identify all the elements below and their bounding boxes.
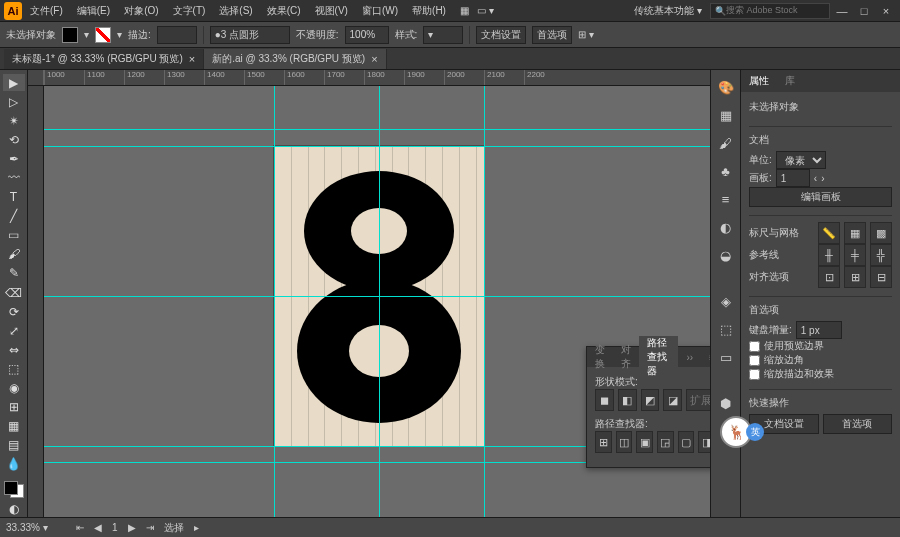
style-select[interactable]: ▾ — [423, 26, 463, 44]
symbols-panel-icon[interactable]: ♣ — [715, 160, 737, 182]
ruler-icon[interactable]: 📏 — [818, 222, 840, 244]
tab-transform[interactable]: 变换 — [587, 343, 613, 371]
minus-back-button[interactable]: ◨ — [698, 431, 710, 453]
guide-v[interactable] — [484, 86, 485, 517]
align-dropdown-icon[interactable]: ⊞ ▾ — [578, 29, 594, 40]
arrange-icon[interactable]: ▭ ▾ — [477, 5, 494, 16]
divide-button[interactable]: ⊞ — [595, 431, 612, 453]
transparency-panel-icon[interactable]: ◒ — [715, 244, 737, 266]
tab-properties[interactable]: 属性 — [741, 74, 777, 88]
paintbrush-tool[interactable]: 🖌 — [3, 246, 25, 263]
stroke-dropdown-icon[interactable]: ▾ — [117, 29, 122, 40]
minus-front-button[interactable]: ◧ — [618, 389, 637, 411]
fill-stroke-swatch[interactable] — [4, 481, 24, 498]
lasso-tool[interactable]: ⟲ — [3, 131, 25, 148]
doc-setup-button[interactable]: 文档设置 — [476, 26, 526, 44]
menu-view[interactable]: 视图(V) — [309, 2, 354, 20]
menu-window[interactable]: 窗口(W) — [356, 2, 404, 20]
tab-libraries[interactable]: 库 — [777, 74, 803, 88]
width-tool[interactable]: ⇔ — [3, 341, 25, 358]
swatches-panel-icon[interactable]: ▦ — [715, 104, 737, 126]
menu-effect[interactable]: 效果(C) — [261, 2, 307, 20]
unit-select[interactable]: 像素 — [776, 151, 826, 169]
stroke-swatch[interactable] — [95, 27, 111, 43]
scale-corners-checkbox[interactable] — [749, 355, 760, 366]
nav-next-icon[interactable]: ▶ — [128, 522, 136, 533]
ime-badge[interactable]: 🦌 英 — [720, 416, 752, 448]
workspace-switcher[interactable]: 传统基本功能 ▾ — [628, 2, 708, 20]
selection-tool[interactable]: ▶ — [3, 74, 25, 91]
menu-select[interactable]: 选择(S) — [213, 2, 258, 20]
ruler-horizontal[interactable]: 1000110012001300140015001600170018001900… — [28, 70, 710, 86]
nav-prev-icon[interactable]: ◀ — [94, 522, 102, 533]
line-tool[interactable]: ╱ — [3, 208, 25, 225]
opacity-input[interactable]: 100% — [345, 26, 389, 44]
prev-artboard-icon[interactable]: ‹ — [814, 173, 817, 184]
brush-select[interactable]: ● 3 点圆形 — [210, 26, 290, 44]
artboard-number-input[interactable] — [776, 169, 810, 187]
scale-strokes-checkbox[interactable] — [749, 369, 760, 380]
pathfinder-panel[interactable]: 变换 对齐 路径查找器 ›› ≡ 形状模式: ◼ ◧ ◩ ◪ 扩展 路径查找器:… — [586, 346, 710, 468]
trim-button[interactable]: ◫ — [616, 431, 633, 453]
shaper-tool[interactable]: ✎ — [3, 265, 25, 282]
gradient-panel-icon[interactable]: ◐ — [715, 216, 737, 238]
crop-button[interactable]: ◲ — [657, 431, 674, 453]
draw-mode[interactable]: ◐ — [3, 500, 25, 517]
brushes-panel-icon[interactable]: 🖌 — [715, 132, 737, 154]
menu-file[interactable]: 文件(F) — [24, 2, 69, 20]
guide-v[interactable] — [379, 86, 380, 517]
outline-button[interactable]: ▢ — [678, 431, 695, 453]
panel-collapse-icon[interactable]: ›› — [678, 352, 701, 363]
snap-point-icon[interactable]: ⊡ — [818, 266, 840, 288]
asset-panel-icon[interactable]: ⬚ — [715, 318, 737, 340]
artboard-nav-number[interactable]: 1 — [112, 522, 118, 533]
appearance-panel-icon[interactable]: ⬢ — [715, 392, 737, 414]
prefs-button[interactable]: 首选项 — [532, 26, 572, 44]
mesh-tool[interactable]: ▦ — [3, 418, 25, 435]
guide-h[interactable] — [44, 146, 710, 147]
bridge-icon[interactable]: ▦ — [460, 5, 469, 16]
canvas[interactable]: 1000110012001300140015001600170018001900… — [28, 70, 710, 517]
transparency-grid-icon[interactable]: ▩ — [870, 222, 892, 244]
eraser-tool[interactable]: ⌫ — [3, 284, 25, 301]
shape-builder-tool[interactable]: ◉ — [3, 380, 25, 397]
menu-object[interactable]: 对象(O) — [118, 2, 164, 20]
direct-selection-tool[interactable]: ▷ — [3, 93, 25, 110]
nav-first-icon[interactable]: ⇤ — [76, 522, 84, 533]
menu-type[interactable]: 文字(T) — [167, 2, 212, 20]
guide-v[interactable] — [274, 86, 275, 517]
document-tab-2[interactable]: 新的.ai @ 33.3% (RGB/GPU 预览)× — [204, 49, 386, 69]
nav-last-icon[interactable]: ⇥ — [146, 522, 154, 533]
panel-menu-icon[interactable]: ≡ — [701, 352, 710, 363]
free-transform-tool[interactable]: ⬚ — [3, 360, 25, 377]
layers-panel-icon[interactable]: ◈ — [715, 290, 737, 312]
stroke-panel-icon[interactable]: ≡ — [715, 188, 737, 210]
fill-dropdown-icon[interactable]: ▾ — [84, 29, 89, 40]
tab-pathfinder[interactable]: 路径查找器 — [639, 336, 678, 378]
menu-help[interactable]: 帮助(H) — [406, 2, 452, 20]
artboards-panel-icon[interactable]: ▭ — [715, 346, 737, 368]
snap-grid-icon[interactable]: ⊞ — [844, 266, 866, 288]
type-tool[interactable]: T — [3, 189, 25, 206]
smart-guides-icon[interactable]: ╬ — [870, 244, 892, 266]
exclude-button[interactable]: ◪ — [663, 389, 682, 411]
zoom-select[interactable]: 33.33% ▾ — [6, 522, 66, 533]
minimize-button[interactable]: — — [832, 5, 852, 17]
snap-pixel-icon[interactable]: ⊟ — [870, 266, 892, 288]
ruler-vertical[interactable] — [28, 86, 44, 517]
stroke-weight-input[interactable] — [157, 26, 197, 44]
color-panel-icon[interactable]: 🎨 — [715, 76, 737, 98]
tab-align[interactable]: 对齐 — [613, 343, 639, 371]
edit-artboard-button[interactable]: 编辑画板 — [749, 187, 892, 207]
close-icon[interactable]: × — [189, 53, 195, 65]
unite-button[interactable]: ◼ — [595, 389, 614, 411]
guide-h[interactable] — [44, 129, 710, 130]
maximize-button[interactable]: □ — [854, 5, 874, 17]
show-guides-icon[interactable]: ╫ — [818, 244, 840, 266]
rectangle-tool[interactable]: ▭ — [3, 227, 25, 244]
intersect-button[interactable]: ◩ — [641, 389, 660, 411]
pen-tool[interactable]: ✒ — [3, 150, 25, 167]
document-tab-1[interactable]: 未标题-1* @ 33.33% (RGB/GPU 预览)× — [4, 49, 204, 69]
curvature-tool[interactable]: 〰 — [3, 169, 25, 186]
rotate-tool[interactable]: ⟳ — [3, 303, 25, 320]
